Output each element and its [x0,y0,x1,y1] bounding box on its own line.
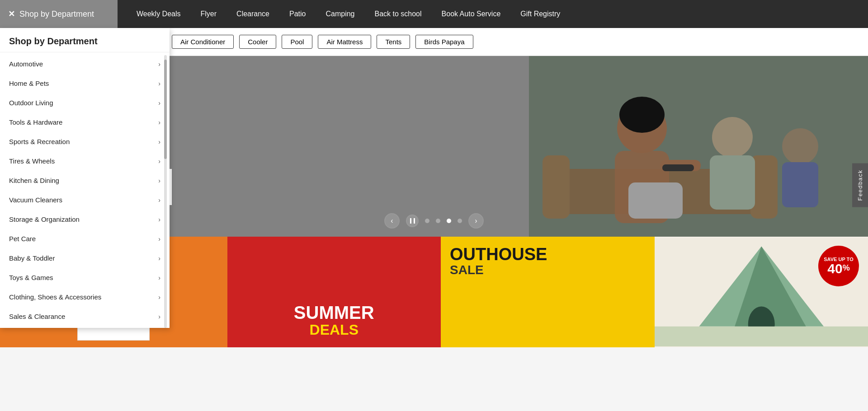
dropdown-item-storage-organization[interactable]: Storage & Organization› [0,210,170,229]
chevron-icon: › [158,99,160,107]
carousel-pause-button[interactable] [406,215,419,227]
quick-tag-birds-papaya[interactable]: Birds Papaya [415,35,473,49]
red-promo-card[interactable]: SUMMER DEALS [227,237,441,347]
nav-link-back-to-school[interactable]: Back to school [365,0,432,28]
chevron-icon: › [158,61,160,68]
dropdown-item-label: Sports & Recreation [9,138,70,145]
yellow-card-content: OUTHOUSE SALE [441,237,655,286]
department-dropdown: Shop by Department Automotive›Home & Pet… [0,28,170,328]
dropdown-item-home-pets[interactable]: Home & Pets› [0,74,170,93]
dropdown-item-sales-clearance[interactable]: Sales & Clearance› [0,307,170,326]
accent-bar [170,169,172,205]
tent-card[interactable]: SAVE UP TO 40% [655,237,868,347]
chevron-icon: › [158,216,160,223]
yellow-card-sub: SALE [450,263,646,277]
shop-by-dept-button[interactable]: ✕ Shop by Department [0,0,118,28]
chevron-icon: › [158,196,160,204]
red-card-content: SUMMER DEALS [294,304,374,347]
chevron-icon: › [158,294,160,301]
dropdown-item-label: Kitchen & Dining [9,177,59,184]
dropdown-item-label: Vacuum Cleaners [9,196,62,204]
quick-tag-pool[interactable]: Pool [282,35,312,49]
dropdown-item-sports-recreation[interactable]: Sports & Recreation› [0,132,170,151]
carousel-dot-2[interactable] [436,219,440,223]
dropdown-item-baby-toddler[interactable]: Baby & Toddler› [0,248,170,268]
dropdown-item-toys-games[interactable]: Toys & Games› [0,268,170,287]
dropdown-item-label: Clothing, Shoes & Accessories [9,293,101,301]
nav-link-patio[interactable]: Patio [279,0,316,28]
nav-link-gift-registry[interactable]: Gift Registry [510,0,570,28]
dropdown-item-automotive[interactable]: Automotive› [0,54,170,74]
dropdown-item-pet-care[interactable]: Pet Care› [0,229,170,248]
nav-link-camping[interactable]: Camping [316,0,364,28]
carousel-dot-3[interactable] [447,219,451,223]
nav-links: Weekly DealsFlyerClearancePatioCampingBa… [118,0,570,28]
carousel-next-button[interactable]: › [468,213,484,229]
dropdown-item-tires-wheels[interactable]: Tires & Wheels› [0,151,170,171]
shop-by-dept-label: Shop by Department [19,9,94,19]
top-nav: ✕ Shop by Department Weekly DealsFlyerCl… [0,0,868,28]
quick-tag-cooler[interactable]: Cooler [239,35,276,49]
chevron-icon: › [158,158,160,165]
dropdown-item-label: Pet Care [9,235,36,243]
chevron-icon: › [158,235,160,243]
dropdown-item-label: Storage & Organization [9,215,80,223]
quick-tag-tents[interactable]: Tents [377,35,410,49]
dropdown-item-label: Automotive [9,60,43,68]
quick-tag-air-conditioner[interactable]: Air Conditioner [172,35,234,49]
dropdown-item-tools-hardware[interactable]: Tools & Hardware› [0,112,170,132]
carousel-dot-1[interactable] [425,219,429,223]
nav-link-clearance[interactable]: Clearance [226,0,279,28]
dropdown-item-label: Tools & Hardware [9,118,62,126]
red-card-subtext: DEALS [294,322,374,338]
dropdown-item-label: Toys & Games [9,274,53,281]
feedback-label[interactable]: Feedback [852,163,868,207]
dropdown-item-clothing[interactable]: Clothing, Shoes & Accessories› [0,287,170,307]
page-wrapper: ✕ Shop by Department Weekly DealsFlyerCl… [0,0,868,347]
carousel-controls: ‹ › [384,213,484,229]
scrollbar-track[interactable] [164,55,167,328]
dropdown-item-kitchen-dining[interactable]: Kitchen & Dining› [0,171,170,190]
chevron-icon: › [158,80,160,87]
carousel-prev-button[interactable]: ‹ [384,213,400,229]
chevron-icon: › [158,255,160,262]
dropdown-item-vacuum-cleaners[interactable]: Vacuum Cleaners› [0,190,170,210]
chevron-icon: › [158,119,160,126]
dropdown-item-outdoor-living[interactable]: Outdoor Living› [0,93,170,112]
chevron-icon: › [158,274,160,281]
scrollbar-thumb[interactable] [164,60,167,159]
yellow-promo-card[interactable]: OUTHOUSE SALE [441,237,655,347]
dropdown-item-label: Outdoor Living [9,99,53,107]
dropdown-item-label: Sales & Clearance [9,313,65,320]
chevron-icon: › [158,177,160,184]
dropdown-title: Shop by Department [0,28,170,52]
save-badge: SAVE UP TO 40% [818,246,859,286]
red-card-text: SUMMER [294,304,374,322]
dropdown-item-label: Home & Pets [9,79,49,87]
carousel-dot-4[interactable] [458,219,462,223]
nav-link-book-auto-service[interactable]: Book Auto Service [432,0,511,28]
feedback-sidebar[interactable]: Feedback [852,163,868,207]
dropdown-items-list: Automotive›Home & Pets›Outdoor Living›To… [0,52,170,328]
svg-rect-22 [655,327,868,346]
nav-link-flyer[interactable]: Flyer [191,0,227,28]
quick-tag-air-mattress[interactable]: Air Mattress [318,35,371,49]
chevron-icon: › [158,313,160,320]
close-icon: ✕ [8,9,15,19]
dropdown-item-label: Tires & Wheels [9,157,55,165]
nav-link-weekly-deals[interactable]: Weekly Deals [127,0,191,28]
dropdown-item-label: Baby & Toddler [9,254,55,262]
yellow-card-headline: OUTHOUSE [450,246,646,263]
chevron-icon: › [158,138,160,145]
